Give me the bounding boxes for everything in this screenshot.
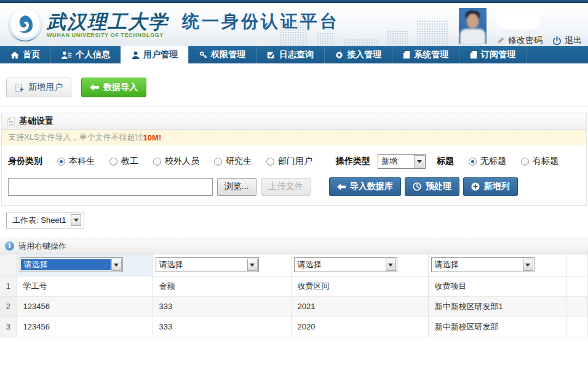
- toolbar: 新增用户 数据导入: [0, 63, 588, 107]
- grid-cell[interactable]: 123456: [17, 317, 153, 337]
- pencil-icon: [496, 36, 505, 45]
- radio-icon: [521, 158, 529, 166]
- arrow-left-icon: [90, 84, 99, 91]
- grid-cell[interactable]: 收费项目: [428, 276, 566, 296]
- radio-graduate[interactable]: 研究生: [214, 156, 252, 167]
- dropdown-arrow-icon: [414, 155, 424, 167]
- hint-bar: i 请用右键操作: [0, 238, 588, 254]
- worksheet-select[interactable]: 工作表: Sheet1: [6, 212, 84, 228]
- radio-with-title[interactable]: 有标题: [521, 156, 558, 167]
- column-mapping-select-1[interactable]: 请选择: [20, 257, 123, 272]
- user-icon: [132, 51, 140, 59]
- add-column-button[interactable]: 新增列: [463, 177, 518, 196]
- power-icon: [552, 36, 562, 46]
- grid-cell[interactable]: 学工号: [17, 276, 153, 296]
- grid-cell[interactable]: 新中新校区研发部: [428, 317, 566, 337]
- home-icon: [10, 51, 19, 59]
- dropdown-arrow-icon: [247, 259, 258, 271]
- grid-row: 3 123456 333 2020 新中新校区研发部: [0, 317, 588, 337]
- nav-tab-users[interactable]: 用户管理: [121, 46, 188, 63]
- column-mapping-select-4[interactable]: 请选择: [431, 257, 534, 272]
- add-user-button[interactable]: 新增用户: [6, 78, 71, 97]
- main-nav: 首页 个人信息 用户管理 权限管理 日志查询 接入管理 系统管理: [0, 46, 588, 63]
- brand-block: 武汉理工大学 WUHAN UNIVERSITY OF TECHNOLOGY 统一…: [9, 8, 340, 41]
- operation-type-select[interactable]: 新增: [378, 154, 426, 169]
- radio-icon: [266, 158, 274, 166]
- data-import-button[interactable]: 数据导入: [81, 78, 146, 97]
- clock-icon: [413, 182, 421, 191]
- university-name-cn: 武汉理工大学: [47, 12, 169, 31]
- grid-cell[interactable]: 333: [153, 296, 291, 317]
- arrow-left-icon: [337, 183, 346, 190]
- document-icon: [403, 50, 410, 59]
- column-mapping-select-2[interactable]: 请选择: [156, 257, 259, 272]
- university-logo-icon: [9, 8, 42, 41]
- grid-cell[interactable]: 金额: [153, 276, 291, 296]
- nav-tab-access[interactable]: 接入管理: [324, 46, 392, 63]
- dropdown-arrow-icon: [386, 259, 396, 271]
- row-number: 3: [0, 317, 17, 337]
- column-mapping-row: 请选择 请选择 请选择 请选择: [0, 254, 588, 276]
- nav-separator: [526, 46, 526, 63]
- page-header: 武汉理工大学 WUHAN UNIVERSITY OF TECHNOLOGY 统一…: [0, 3, 588, 46]
- worksheet-label: 工作表:: [12, 216, 39, 225]
- grid-cell[interactable]: 新中新校区研发部1: [428, 296, 566, 317]
- grid-row: 2 123456 333 2021 新中新校区研发部1: [0, 296, 588, 317]
- university-name-en: WUHAN UNIVERSITY OF TECHNOLOGY: [47, 32, 169, 38]
- dropdown-arrow-icon: [523, 259, 533, 271]
- nav-tab-permissions[interactable]: 权限管理: [188, 46, 256, 63]
- logout-link[interactable]: 退出: [552, 35, 582, 46]
- xls-notice: 支持XLS文件导入，单个文件不得超过10M!: [2, 130, 586, 145]
- identity-label: 身份类别: [8, 156, 42, 167]
- import-grid-section: i 请用右键操作 请选择 请选择 请选择: [0, 238, 588, 337]
- column-mapping-select-3[interactable]: 请选择: [294, 257, 397, 272]
- radio-no-title[interactable]: 无标题: [469, 156, 506, 167]
- dropdown-arrow-icon: [71, 214, 81, 226]
- row-number: 1: [0, 276, 17, 296]
- change-password-link[interactable]: 修改密码: [496, 35, 542, 46]
- hint-text: 请用右键操作: [18, 241, 66, 252]
- radio-icon: [469, 158, 477, 166]
- grid-cell[interactable]: 333: [153, 317, 291, 337]
- grid-row: 1 学工号 金额 收费区间 收费项目: [0, 276, 588, 296]
- gear-icon: [335, 51, 343, 59]
- document-icon: [470, 50, 477, 59]
- radio-icon: [214, 158, 222, 166]
- profile-icon: [62, 51, 72, 59]
- user-name-redacted: [496, 10, 541, 29]
- panel-header: 基础设置: [2, 113, 586, 130]
- preprocess-button[interactable]: 预处理: [405, 177, 459, 196]
- dropdown-arrow-icon: [111, 259, 122, 271]
- worksheet-row: 工作表: Sheet1: [0, 206, 588, 230]
- worksheet-value: Sheet1: [41, 216, 66, 225]
- user-avatar: [459, 8, 487, 44]
- radio-faculty[interactable]: 教工: [109, 156, 138, 167]
- upload-file-button: 上传文件: [261, 178, 311, 196]
- nav-tab-logs[interactable]: 日志查询: [256, 46, 324, 63]
- file-path-input[interactable]: [8, 178, 213, 196]
- radio-department[interactable]: 部门用户: [266, 156, 312, 167]
- radio-external[interactable]: 校外人员: [153, 156, 199, 167]
- grid-cell[interactable]: 123456: [17, 296, 153, 317]
- nav-tab-home[interactable]: 首页: [0, 46, 50, 63]
- import-database-button[interactable]: 导入数据库: [329, 177, 401, 196]
- radio-icon: [153, 158, 161, 166]
- upload-row: 浏览... 上传文件 导入数据库 预处理 新增列: [2, 176, 586, 205]
- nav-tab-system[interactable]: 系统管理: [392, 46, 459, 63]
- nav-tab-profile[interactable]: 个人信息: [50, 46, 121, 63]
- nav-tab-subscription[interactable]: 订阅管理: [459, 46, 526, 63]
- grid-cell[interactable]: 2020: [291, 317, 428, 337]
- plus-circle-icon: [471, 182, 480, 191]
- radio-icon: [109, 158, 117, 166]
- operation-type-label: 操作类型: [336, 156, 370, 167]
- browse-button[interactable]: 浏览...: [217, 178, 256, 196]
- title-label: 标题: [437, 156, 454, 167]
- identity-form-row: 身份类别 本科生 教工 校外人员 研究生 部门用户 操作类型 新增: [2, 145, 586, 176]
- grid-cell[interactable]: 收费区间: [291, 276, 428, 296]
- radio-undergraduate[interactable]: 本科生: [57, 156, 95, 167]
- document-plus-icon: [15, 83, 24, 92]
- platform-title: 统一身份认证平台: [182, 10, 340, 39]
- info-icon: i: [5, 241, 14, 251]
- grid-cell[interactable]: 2021: [291, 296, 428, 317]
- import-grid: 请选择 请选择 请选择 请选择: [0, 254, 588, 337]
